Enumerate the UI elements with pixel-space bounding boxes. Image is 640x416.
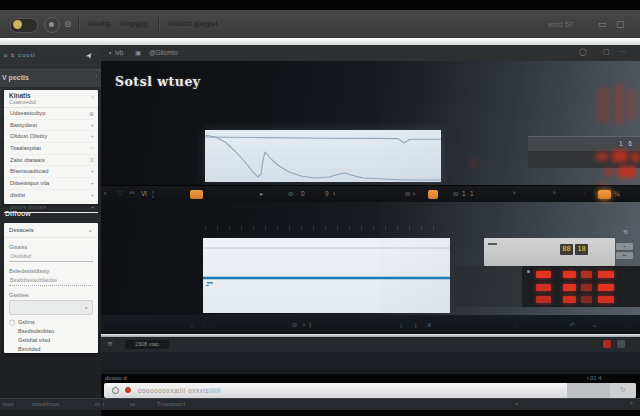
- list-item[interactable]: Ditsetsspot vita +: [4, 178, 98, 190]
- toolbar-icon[interactable]: ·: [515, 320, 517, 330]
- toolbar-icon[interactable]: ¹⁵: [570, 320, 575, 330]
- toolbar-label-2[interactable]: @Giiomio: [149, 49, 178, 56]
- toolbar-icon[interactable]: ⋯: [619, 48, 626, 56]
- toolbar-icon[interactable]: ⊙: [405, 189, 410, 199]
- toolbar-icon[interactable]: 1: [462, 189, 466, 199]
- menu-item-3[interactable]: Gtiutt gugui: [168, 19, 218, 28]
- option-label: Gslims: [18, 319, 35, 325]
- toolbar-icon[interactable]: ‖: [428, 320, 430, 330]
- dropdown-select[interactable]: ⌄: [9, 300, 93, 315]
- toolbar-icon[interactable]: ⊙: [292, 320, 297, 330]
- toolbar-icon[interactable]: ⁙: [117, 189, 122, 199]
- timeline-chart-svg: [203, 238, 450, 313]
- toolbar-icon[interactable]: [190, 190, 203, 199]
- section-title: V pectis: [2, 74, 29, 81]
- toolbar-icon[interactable]: ⊙: [288, 189, 293, 199]
- text-input[interactable]: Osslidsd ◦: [9, 251, 93, 262]
- item-action-icon[interactable]: +: [90, 180, 94, 186]
- toolbar-icon[interactable]: ·: [212, 320, 214, 330]
- sidebar-section-header-1[interactable]: V pectis ⁱ: [0, 69, 101, 88]
- list-item-label: Tsaalaspttat: [10, 145, 41, 151]
- toolbar-icon[interactable]: ¼: [614, 189, 619, 199]
- list-item[interactable]: dtstlst +: [4, 190, 98, 202]
- toolbar-icon[interactable]: ¹: [333, 189, 335, 199]
- option-row[interactable]: Gsttdtat vitsd: [9, 336, 98, 345]
- status-badge[interactable]: 2308 vtap: [125, 340, 169, 349]
- toolbar-icon[interactable]: ▸: [260, 189, 263, 199]
- toolbar-label-1[interactable]: ivb: [115, 49, 123, 56]
- settings-icon[interactable]: ⊜: [64, 19, 72, 29]
- text-input[interactable]: Bsaltdtsstsdttlatdss: [9, 275, 93, 286]
- toolbar-icon[interactable]: ‹: [104, 189, 106, 199]
- search-action-button[interactable]: [567, 383, 610, 398]
- toolbar-icon[interactable]: ⁰: [553, 189, 556, 199]
- red-glow: [628, 90, 636, 120]
- list-item-primary[interactable]: Kinatis Csatroedtd ›: [4, 90, 98, 108]
- option-row[interactable]: ◯ Gslims: [9, 318, 98, 327]
- record-button[interactable]: [44, 17, 60, 33]
- option-row[interactable]: Bsivttdsd: [9, 345, 98, 354]
- toolbar-icon[interactable]: 9: [325, 189, 329, 199]
- pin-icon[interactable]: ➤: [84, 50, 95, 61]
- item-action-icon[interactable]: ≡: [90, 157, 94, 163]
- toolbar-icon[interactable]: [598, 190, 611, 199]
- toolbar-icon[interactable]: ⁵: [513, 189, 516, 199]
- toolbar-icon[interactable]: ·: [583, 189, 585, 199]
- led-digit: [536, 284, 551, 291]
- menu-item-2[interactable]: Gtggjg: [120, 19, 148, 28]
- search-refresh-button[interactable]: ↻: [610, 383, 636, 398]
- search-bar[interactable]: cooooooxxaiiii oxxxisiiiiii ↻: [104, 383, 636, 398]
- minimize-icon[interactable]: ▭: [598, 19, 607, 29]
- list-item[interactable]: Tsaalaspttat ○: [4, 143, 98, 155]
- sidebar-list: Udseastodtyp ⊕ Bastydtest + Olidost Olis…: [4, 108, 98, 213]
- list-item[interactable]: Blsetsoadttoad +: [4, 166, 98, 178]
- box-icon[interactable]: ▣: [135, 49, 141, 57]
- form-header[interactable]: Dssaoels ⌄: [4, 223, 98, 238]
- toolbar-icon[interactable]: ¡: [400, 320, 402, 330]
- filter-row: duoou d i 01 4: [101, 374, 640, 383]
- item-action-icon[interactable]: +: [90, 168, 94, 174]
- toolbar-icon[interactable]: 1: [470, 189, 474, 199]
- toolbar-icon[interactable]: ¦: [152, 189, 154, 199]
- toolbar-icon[interactable]: 0: [301, 189, 305, 199]
- item-action-icon[interactable]: +: [90, 133, 94, 139]
- toolbar-icon[interactable]: ‥: [190, 320, 194, 330]
- option-row[interactable]: Bsedtsdsttbtso: [9, 327, 98, 336]
- toolbar-icon[interactable]: Ⅵ: [141, 189, 147, 199]
- record-dot-icon[interactable]: [125, 387, 131, 393]
- list-item[interactable]: Bastydtest +: [4, 120, 98, 132]
- led-digit: [563, 296, 576, 303]
- toolbar-icon[interactable]: ▢: [603, 48, 610, 56]
- toolbar-icon[interactable]: ·: [628, 320, 630, 330]
- info-icon[interactable]: ⁱ: [96, 74, 97, 82]
- toolbar-icon[interactable]: ◯: [579, 48, 587, 56]
- field-icon[interactable]: ◦: [91, 253, 93, 259]
- toolbar-icon[interactable]: ¹: [413, 189, 415, 199]
- item-action-icon[interactable]: +: [90, 192, 94, 198]
- footer-status-text: to: [130, 401, 136, 407]
- item-action-icon[interactable]: +: [90, 122, 94, 128]
- item-action-icon[interactable]: ○: [90, 145, 94, 151]
- search-icon[interactable]: [112, 387, 119, 394]
- led-digit: [598, 271, 614, 278]
- radio-icon[interactable]: ◯: [9, 319, 15, 325]
- scope-chart-panel[interactable]: [205, 130, 441, 182]
- timeline-chart-panel[interactable]: [203, 238, 450, 313]
- toolbar-icon[interactable]: ⌄: [592, 320, 597, 330]
- item-action-icon[interactable]: ⊕: [89, 110, 94, 117]
- list-item[interactable]: Udseastodtyp ⊕: [4, 108, 98, 120]
- window-icon[interactable]: ▢: [616, 19, 625, 29]
- toolbar-icon[interactable]: [428, 190, 438, 199]
- menu-item-1[interactable]: Giutg: [88, 19, 111, 28]
- toolbar-icon[interactable]: ⟩: [309, 320, 311, 330]
- toolbar-icon[interactable]: ⊙: [453, 189, 458, 199]
- settings-small-icon[interactable]: [617, 340, 625, 348]
- list-item[interactable]: Zalst dtataats ≡: [4, 155, 98, 167]
- toggle-switch[interactable]: [10, 18, 38, 33]
- toolbar-icon[interactable]: ⁹⁹: [129, 189, 135, 199]
- list-item[interactable]: Olidost Olisttiy +: [4, 131, 98, 143]
- error-icon[interactable]: [603, 340, 611, 348]
- toolbar-icon[interactable]: ·: [203, 320, 205, 330]
- toolbar-icon[interactable]: ¹: [303, 320, 305, 330]
- toolbar-icon[interactable]: |: [415, 320, 417, 330]
